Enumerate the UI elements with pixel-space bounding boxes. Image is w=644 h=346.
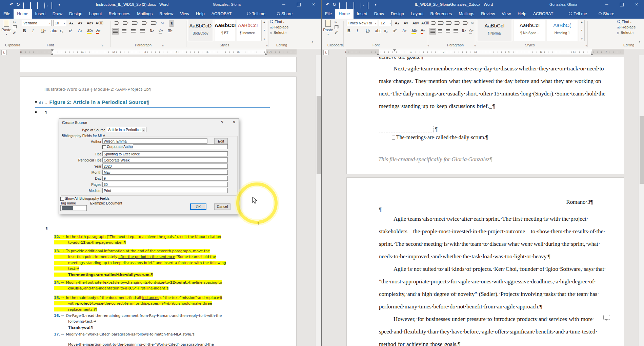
sort-button[interactable]: A↓ [160, 20, 165, 26]
comment-bubble-icon[interactable] [603, 315, 610, 320]
save-icon[interactable] [368, 3, 372, 7]
font-color-button[interactable]: A▾ [420, 28, 425, 34]
medium-field[interactable]: Print [102, 188, 228, 193]
show-all-fields-checkbox[interactable] [60, 197, 64, 201]
align-right-button[interactable] [130, 28, 136, 34]
day-field[interactable]: 9 [102, 176, 228, 181]
search-icon[interactable] [44, 3, 48, 7]
increase-indent-button[interactable]: ▾ [462, 20, 469, 26]
right-indent-marker[interactable] [590, 52, 593, 55]
tab-insert[interactable]: Insert [32, 9, 49, 19]
style-chip-bodycopy[interactable]: AaBbCcDBodyCopy [188, 20, 213, 41]
cut-button[interactable]: ✂ [13, 20, 16, 24]
hanging-indent-marker[interactable] [377, 52, 379, 55]
tab-design[interactable]: Design [387, 9, 407, 19]
undo-icon[interactable]: ↶ [326, 3, 329, 7]
footnote-anchor-box[interactable] [489, 104, 492, 109]
search-icon[interactable] [361, 3, 365, 7]
new-document-icon[interactable] [346, 3, 350, 7]
tab-file[interactable]: File [322, 9, 335, 19]
author-field[interactable]: Wilson, Emma [102, 138, 207, 144]
restore-icon[interactable] [291, 0, 306, 9]
decrease-indent-button[interactable]: ▾ [141, 20, 148, 26]
tab-tell-me[interactable]: Tell me [244, 9, 269, 19]
open-icon[interactable] [339, 3, 343, 7]
tab-review[interactable]: Review [156, 9, 177, 19]
right-document-page-2[interactable]: Romano·3¶¶Agile·teams·also·meet·twice·af… [346, 177, 624, 346]
cut-button[interactable]: ✂ [335, 20, 337, 24]
align-left-button[interactable] [429, 28, 436, 35]
align-center-button[interactable] [437, 28, 443, 34]
format-painter-button[interactable]: 🖌 [13, 30, 16, 34]
text-highlight-button[interactable]: ab▾ [86, 28, 94, 34]
borders-button[interactable]: ⊞▾ [167, 28, 173, 34]
styles-gallery-scrollbar[interactable]: ▲▼⊽ [579, 20, 585, 41]
edit-author-button[interactable]: Edit [214, 138, 228, 144]
paste-button[interactable]: Paste▾ [1, 20, 12, 36]
tab-home[interactable]: Home [335, 9, 353, 19]
undo-icon[interactable]: ↶ [9, 3, 13, 7]
change-case-button[interactable]: Aa▾ [412, 20, 420, 26]
outline-square-icon[interactable] [35, 101, 37, 103]
tab-draw[interactable]: Draw [49, 9, 66, 19]
paragraph-dialog-launcher-icon[interactable]: ↘ [161, 44, 164, 47]
tab-references[interactable]: References [105, 9, 134, 19]
cancel-button[interactable]: Cancel [214, 203, 230, 210]
shading-button[interactable]: ◇▾ [158, 28, 164, 34]
tab-mailings[interactable]: Mailings [134, 9, 156, 19]
clear-formatting-button[interactable]: A⌫ [95, 20, 104, 26]
multilevel-list-button[interactable]: ▾ [132, 20, 139, 26]
italic-button[interactable]: I [356, 28, 359, 34]
copy-button[interactable] [335, 25, 338, 30]
pages-field[interactable]: 30 [102, 182, 228, 187]
find-button[interactable]: Find ▾ [617, 20, 631, 24]
superscript-button[interactable]: x² [393, 28, 397, 34]
font-size-box[interactable]: 10▾ [53, 20, 66, 26]
first-line-indent-marker[interactable] [393, 49, 396, 53]
align-left-button[interactable] [112, 28, 119, 35]
tab-insert[interactable]: Insert [354, 9, 371, 19]
tag-name-field[interactable] [60, 205, 87, 211]
styles-dialog-launcher-icon[interactable]: ↘ [265, 44, 268, 47]
pilcrow-button[interactable]: ¶ [169, 20, 174, 27]
style-chip-heading-1[interactable]: AaBbC(Heading 1 [547, 20, 578, 41]
find-button[interactable]: Find ▾ [270, 20, 284, 24]
align-right-button[interactable] [445, 28, 451, 34]
align-center-button[interactable] [121, 28, 127, 34]
italic-button[interactable]: I [32, 28, 34, 34]
font-name-box[interactable]: Times New Ro▾ [346, 20, 377, 26]
style-chip--normal[interactable]: AaBbCcI¶ Normal [477, 20, 512, 41]
justify-button[interactable] [453, 28, 459, 34]
format-painter-button[interactable]: 🖌 [335, 30, 338, 34]
open-icon[interactable] [23, 3, 27, 7]
replace-button[interactable]: abReplace [617, 25, 636, 29]
dialog-help-button[interactable]: ? [221, 120, 223, 125]
hanging-indent-marker[interactable] [51, 52, 54, 55]
footnote-number-box[interactable] [392, 135, 395, 140]
right-indent-marker[interactable] [264, 52, 267, 55]
close-icon[interactable]: × [629, 0, 644, 9]
replace-button[interactable]: abReplace [270, 25, 289, 29]
style-chip--incorrec-[interactable]: AaBbCcL¶ Incorrec... [237, 20, 261, 41]
copy-button[interactable] [13, 25, 16, 30]
tab-review[interactable]: Review [478, 9, 498, 19]
ok-button[interactable]: OK [190, 203, 206, 210]
customize-toolbar-icon[interactable]: ▾ [375, 3, 377, 7]
strikethrough-button[interactable]: abc [50, 28, 58, 34]
corporate-author-checkbox[interactable] [102, 145, 106, 149]
title-field[interactable]: Sprinting to Excellence [102, 151, 228, 156]
tab-selector[interactable]: L [323, 50, 329, 55]
paste-button[interactable]: Paste▾ [323, 20, 333, 36]
year-field[interactable]: 2020 [102, 164, 228, 169]
numbering-button[interactable]: ▾ [438, 20, 445, 26]
numbering-button[interactable]: ▾ [122, 20, 129, 26]
text-effects-button[interactable]: A▾ [77, 28, 83, 34]
tab-help[interactable]: Help [514, 9, 530, 19]
font-name-box[interactable]: Verdana▾ [22, 20, 52, 26]
new-document-icon[interactable] [30, 3, 34, 7]
select-button[interactable]: ▷Select ▾ [617, 30, 634, 35]
tab-help[interactable]: Help [193, 9, 208, 19]
tab-layout[interactable]: Layout [86, 9, 105, 19]
bold-button[interactable]: B [22, 28, 27, 34]
increase-indent-button[interactable]: ▾ [150, 20, 158, 26]
